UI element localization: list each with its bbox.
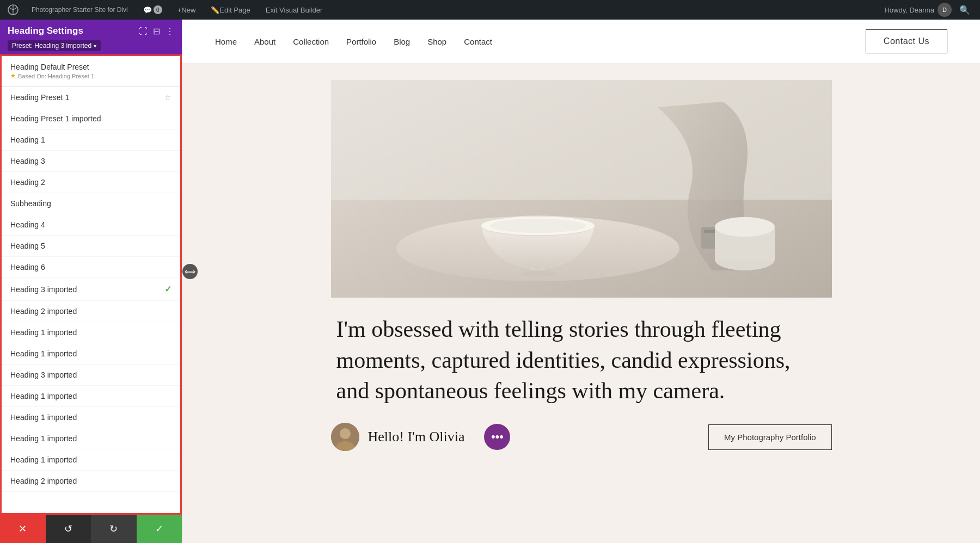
preset-label: Heading 3 [10, 157, 45, 165]
preset-item[interactable]: Heading 2 imported [2, 471, 180, 492]
redo-icon: ↻ [109, 523, 118, 535]
more-options-icon[interactable]: ⋮ [166, 26, 174, 36]
save-icon: ✓ [155, 523, 163, 535]
fullscreen-icon[interactable]: ⛶ [139, 27, 148, 36]
portfolio-button[interactable]: My Photography Portfolio [708, 424, 831, 450]
preset-label: Heading 4 [10, 220, 45, 229]
profile-row: Hello! I'm Olivia ••• My Photography Por… [331, 423, 832, 451]
new-bar-item[interactable]: + New [173, 0, 200, 20]
wp-logo-icon[interactable] [5, 2, 21, 17]
preset-item[interactable]: Heading Preset 1 ☆ [2, 87, 180, 108]
preset-based-on: ★ Based On: Heading Preset 1 [10, 72, 94, 79]
preset-item[interactable]: Heading 1 [2, 129, 180, 151]
preset-label: Heading 3 imported [10, 285, 77, 294]
preset-default-name: Heading Default Preset [10, 63, 94, 71]
wp-admin-bar: Photographer Starter Site for Divi 💬 0 +… [0, 0, 980, 20]
chevron-down-icon: ▾ [94, 43, 96, 49]
panel-header-content: Heading Settings Preset: Heading 3 impor… [8, 25, 101, 51]
svg-point-15 [340, 428, 351, 439]
nav-portfolio[interactable]: Portfolio [346, 37, 376, 46]
preset-item[interactable]: Heading 6 [2, 257, 180, 278]
panel-title: Heading Settings [8, 25, 101, 37]
hero-headline: I'm obsessed with telling stories throug… [336, 314, 826, 406]
svg-point-11 [490, 219, 586, 233]
preset-label: Heading 2 imported [10, 477, 77, 485]
preset-list: Heading Default Preset ★ Based On: Headi… [0, 54, 182, 515]
admin-bar-right: Howdy, Deanna D 🔍 [884, 3, 975, 17]
main-area: Heading Settings Preset: Heading 3 impor… [0, 20, 980, 543]
profile-name: Hello! I'm Olivia [368, 429, 465, 445]
split-view-icon[interactable]: ⊟ [153, 26, 160, 36]
preset-item[interactable]: Heading 1 imported [2, 386, 180, 407]
resize-handle[interactable]: ⟺ [182, 264, 198, 279]
fab-button[interactable]: ••• [484, 424, 510, 450]
comment-bar-item[interactable]: 💬 0 [139, 0, 167, 20]
preset-dropdown[interactable]: Preset: Heading 3 imported ▾ [8, 40, 101, 51]
heading-settings-panel: Heading Settings Preset: Heading 3 impor… [0, 20, 182, 543]
search-icon[interactable]: 🔍 [955, 5, 975, 15]
preset-item[interactable]: Heading 4 [2, 214, 180, 236]
preset-label: Heading 1 imported [10, 392, 77, 400]
preset-item-active[interactable]: Heading 3 imported ✓ [2, 278, 180, 301]
bowl-scene [331, 80, 832, 298]
cancel-icon: ✕ [19, 523, 27, 535]
preset-item[interactable]: Heading 1 imported [2, 407, 180, 428]
preset-label: Heading 2 imported [10, 307, 77, 316]
preset-label: Heading 1 imported [10, 455, 77, 464]
preset-label: Heading 1 imported [10, 328, 77, 337]
preset-label: Heading 1 imported [10, 434, 77, 443]
preset-item[interactable]: Heading 1 imported [2, 428, 180, 449]
panel-header-icons: ⛶ ⊟ ⋮ [139, 25, 174, 36]
avatar[interactable]: D [938, 3, 952, 17]
cancel-button[interactable]: ✕ [0, 515, 46, 543]
howdy-label: Howdy, Deanna [884, 6, 934, 14]
preset-label: Heading 2 [10, 178, 45, 187]
preset-label: Heading 1 imported [10, 413, 77, 422]
nav-about[interactable]: About [254, 37, 275, 46]
panel-header: Heading Settings Preset: Heading 3 impor… [0, 20, 182, 54]
redo-button[interactable]: ↻ [91, 515, 137, 543]
preset-item[interactable]: Heading 1 imported [2, 343, 180, 365]
preset-label: Heading Preset 1 imported [10, 114, 101, 123]
preset-label: Heading 1 imported [10, 349, 77, 358]
nav-collection[interactable]: Collection [293, 37, 329, 46]
star-icon: ☆ [164, 93, 171, 102]
nav-links: Home About Collection Portfolio Blog Sho… [215, 37, 492, 46]
nav-shop[interactable]: Shop [427, 37, 446, 46]
nav-blog[interactable]: Blog [394, 37, 410, 46]
check-icon: ✓ [164, 284, 171, 294]
undo-button[interactable]: ↺ [46, 515, 91, 543]
nav-home[interactable]: Home [215, 37, 237, 46]
preset-item[interactable]: Heading 2 [2, 172, 180, 193]
preset-item[interactable]: Heading 3 [2, 151, 180, 172]
preset-label: Heading Preset 1 [10, 93, 69, 102]
edit-page-bar-item[interactable]: ✏️ Edit Page [206, 0, 254, 20]
contact-us-button[interactable]: Contact Us [866, 29, 947, 53]
svg-rect-2 [331, 80, 832, 200]
exit-builder-bar-item[interactable]: Exit Visual Builder [261, 0, 327, 20]
preset-label: Subheading [10, 199, 51, 208]
panel-toolbar: ✕ ↺ ↻ ✓ [0, 515, 182, 543]
preset-item-default[interactable]: Heading Default Preset ★ Based On: Headi… [2, 56, 180, 87]
preset-label: Heading 5 [10, 242, 45, 250]
preset-label: Heading 1 [10, 135, 45, 144]
preset-item[interactable]: Heading 2 imported [2, 301, 180, 322]
avatar [331, 423, 359, 451]
svg-point-13 [520, 270, 555, 277]
dots-icon: ••• [491, 430, 504, 444]
preset-item[interactable]: Heading 3 imported [2, 365, 180, 386]
preset-item[interactable]: Heading Preset 1 imported [2, 108, 180, 129]
undo-icon: ↺ [64, 523, 72, 535]
site-name-bar-item[interactable]: Photographer Starter Site for Divi [27, 0, 132, 20]
preset-item[interactable]: Heading 1 imported [2, 449, 180, 471]
star-icon: ★ [10, 72, 16, 79]
site-navigation: Home About Collection Portfolio Blog Sho… [182, 20, 980, 64]
preset-item[interactable]: Heading 5 [2, 236, 180, 257]
nav-contact[interactable]: Contact [464, 37, 492, 46]
site-preview: Home About Collection Portfolio Blog Sho… [182, 20, 980, 543]
preset-default-content: Heading Default Preset ★ Based On: Headi… [10, 63, 94, 79]
save-button[interactable]: ✓ [137, 515, 182, 543]
preset-item[interactable]: Heading 1 imported [2, 322, 180, 343]
preset-item[interactable]: Subheading [2, 193, 180, 214]
preset-label: Heading 3 imported [10, 371, 77, 379]
